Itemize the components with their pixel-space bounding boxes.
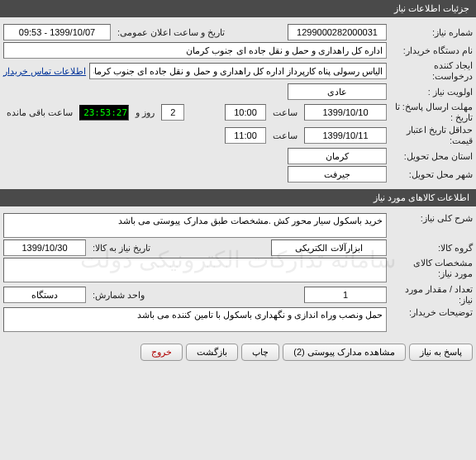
credit-time-input[interactable] [225,127,266,144]
spec-input[interactable] [3,258,387,282]
group-input[interactable] [271,239,387,256]
need-no-label: شماره نیاز: [390,27,473,38]
need-info-header: جزئیات اطلاعات نیاز [0,0,476,17]
creator-input[interactable] [89,63,387,79]
city-label: شهر محل تحویل: [390,169,473,180]
buyer-org-label: نام دستگاه خریدار: [390,45,473,56]
min-credit-label: حداقل تاریخ اعتبار قیمت: [390,125,473,146]
back-button[interactable]: بازگشت [186,344,238,361]
priority-input[interactable] [288,83,387,100]
creator-label: ایجاد کننده درخواست: [390,60,473,82]
days-suffix: روز و [132,107,158,118]
announce-input[interactable] [3,24,111,40]
general-desc-input[interactable]: خرید باسکول سیار محور کش .مشخصات طبق مدا… [3,213,387,238]
goods-body: شرح کلی نیاز: خرید باسکول سیار محور کش .… [0,206,476,339]
need-date-label: تاریخ نیاز به کالا: [89,243,268,254]
respond-button[interactable]: پاسخ به نیاز [409,344,473,361]
countdown-timer: 23:53:27 [79,105,129,121]
deadline-date-input[interactable] [304,104,387,121]
buyer-notes-input[interactable]: حمل ونصب وراه اندازی و نگهداری باسکول با… [3,307,387,332]
view-attachments-button[interactable]: مشاهده مدارک پیوستی (2) [283,344,406,361]
days-input[interactable] [161,104,184,121]
need-info-body: شماره نیاز: تاریخ و ساعت اعلان عمومی: نا… [0,17,476,189]
spec-label: مشخصات کالای مورد نیاز: [390,258,473,279]
remain-label: ساعت باقی مانده [3,107,76,118]
buyer-notes-label: توضیحات خریدار: [390,307,473,318]
buyer-org-input[interactable] [3,42,387,59]
print-button[interactable]: چاپ [241,344,279,361]
general-desc-label: شرح کلی نیاز: [390,213,473,224]
deadline-label: مهلت ارسال پاسخ: تا تاریخ : [390,102,473,123]
unit-input[interactable] [3,287,86,303]
exit-button[interactable]: خروج [140,344,183,361]
province-input[interactable] [288,148,387,164]
goods-header: اطلاعات کالاهای مورد نیاز [0,189,476,206]
unit-label: واحد شمارش: [89,290,301,301]
group-label: گروه کالا: [390,243,473,254]
qty-label: تعداد / مقدار مورد نیاز: [390,284,473,306]
need-no-input[interactable] [288,24,387,40]
city-input[interactable] [288,166,387,183]
announce-label: تاریخ و ساعت اعلان عمومی: [114,27,284,38]
deadline-time-input[interactable] [225,104,266,121]
credit-date-input[interactable] [304,127,387,144]
need-date-input[interactable] [3,239,86,256]
province-label: استان محل تحویل: [390,151,473,162]
time-label-2: ساعت [269,130,301,141]
qty-input[interactable] [304,287,387,303]
buyer-contact-link[interactable]: اطلاعات تماس خریدار [3,66,86,77]
priority-label: اولویت نیاز : [390,87,473,97]
time-label-1: ساعت [269,107,301,118]
button-bar: پاسخ به نیاز مشاهده مدارک پیوستی (2) چاپ… [0,339,476,366]
